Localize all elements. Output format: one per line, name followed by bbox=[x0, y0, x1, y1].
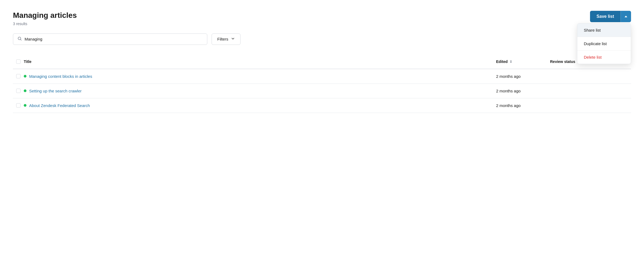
row-2-title-cell: Setting up the search crawler bbox=[24, 89, 496, 93]
search-box bbox=[13, 34, 207, 45]
col-header-title: Title bbox=[24, 59, 496, 64]
table-header: Title Edited Review status ⋮ bbox=[13, 55, 631, 69]
dropdown-item-share[interactable]: Share list bbox=[577, 24, 631, 37]
row-3-status-dot bbox=[24, 104, 26, 107]
row-1-checkbox-cell[interactable] bbox=[13, 74, 24, 78]
row-1-status-dot bbox=[24, 75, 26, 78]
select-all-checkbox[interactable] bbox=[16, 59, 21, 64]
filters-label: Filters bbox=[217, 37, 228, 41]
row-3-edited: 2 months ago bbox=[496, 103, 550, 108]
row-1-checkbox[interactable] bbox=[16, 74, 21, 78]
col-header-edited[interactable]: Edited bbox=[496, 59, 550, 64]
edited-sort-icon bbox=[509, 60, 513, 64]
select-all-cell[interactable] bbox=[13, 59, 24, 64]
save-list-container: Save list Share list Duplicate list Dele… bbox=[590, 11, 631, 22]
save-list-button[interactable]: Save list bbox=[590, 11, 621, 22]
row-2-checkbox[interactable] bbox=[16, 89, 21, 93]
title-section: Managing articles 3 results bbox=[13, 11, 77, 26]
chevron-up-icon bbox=[625, 16, 627, 17]
filters-button[interactable]: Filters bbox=[212, 34, 240, 45]
results-count: 3 results bbox=[13, 22, 77, 26]
page-title: Managing articles bbox=[13, 11, 77, 20]
table-row: About Zendesk Federated Search 2 months … bbox=[13, 98, 631, 113]
save-list-chevron-button[interactable] bbox=[621, 11, 631, 22]
row-2-status-dot bbox=[24, 89, 26, 92]
search-filter-row: Filters bbox=[13, 34, 631, 45]
page-header: Managing articles 3 results Save list Sh… bbox=[13, 11, 631, 26]
row-1-edited: 2 months ago bbox=[496, 74, 550, 79]
filters-chevron-icon bbox=[231, 37, 235, 41]
articles-table: Title Edited Review status ⋮ bbox=[13, 55, 631, 113]
table-row: Managing content blocks in articles 2 mo… bbox=[13, 69, 631, 84]
row-3-checkbox-cell[interactable] bbox=[13, 103, 24, 108]
row-3-checkbox[interactable] bbox=[16, 103, 21, 108]
dropdown-item-duplicate[interactable]: Duplicate list bbox=[577, 37, 631, 50]
row-2-edited: 2 months ago bbox=[496, 89, 550, 93]
row-3-article-link[interactable]: About Zendesk Federated Search bbox=[29, 103, 90, 108]
search-icon bbox=[18, 36, 22, 42]
dropdown-item-delete[interactable]: Delete list bbox=[577, 51, 631, 64]
table-row: Setting up the search crawler 2 months a… bbox=[13, 84, 631, 98]
search-input[interactable] bbox=[25, 37, 203, 41]
dropdown-menu: Share list Duplicate list Delete list bbox=[577, 23, 631, 64]
row-1-article-link[interactable]: Managing content blocks in articles bbox=[29, 74, 92, 79]
row-3-title-cell: About Zendesk Federated Search bbox=[24, 103, 496, 108]
row-2-checkbox-cell[interactable] bbox=[13, 89, 24, 93]
row-2-article-link[interactable]: Setting up the search crawler bbox=[29, 89, 82, 93]
row-1-title-cell: Managing content blocks in articles bbox=[24, 74, 496, 79]
svg-line-1 bbox=[21, 39, 22, 40]
